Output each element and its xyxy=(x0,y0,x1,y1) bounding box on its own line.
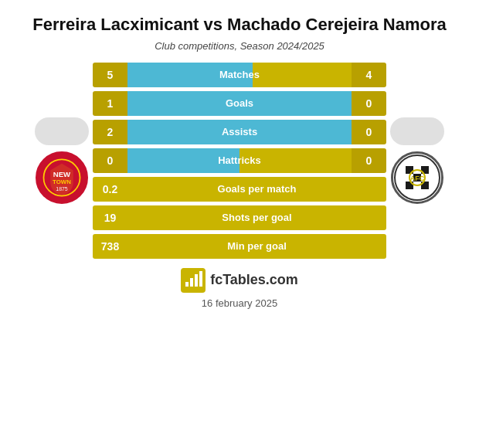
stat-row-hattricks: 0Hattricks0 xyxy=(93,148,386,173)
stat-right-val-assists: 0 xyxy=(352,120,386,144)
club-right-placeholder xyxy=(390,117,444,145)
stat-left-val-assists: 2 xyxy=(93,120,127,144)
stat-row-shots-per-goal: 19Shots per goal xyxy=(93,205,386,230)
stat-row-assists: 2Assists0 xyxy=(93,120,386,144)
stat-right-val-hattricks: 0 xyxy=(352,148,386,173)
svg-text:NEW: NEW xyxy=(53,170,71,178)
svg-rect-18 xyxy=(199,271,202,287)
stat-bar-goals: Goals xyxy=(127,91,352,116)
stat-label-goals-per-match: Goals per match xyxy=(218,183,297,195)
stat-row-min-per-goal: 738Min per goal xyxy=(93,234,386,259)
stat-bar-min-per-goal: Min per goal xyxy=(127,234,386,259)
fctables-icon xyxy=(181,268,206,293)
stat-bar-goals-per-match: Goals per match xyxy=(127,177,386,202)
stat-label-assists: Assists xyxy=(222,126,257,137)
stat-right-val-goals: 0 xyxy=(352,91,386,116)
stat-label-matches: Matches xyxy=(219,69,260,80)
stat-bar-hattricks: Hattricks xyxy=(127,148,352,173)
stat-row-matches: 5Matches4 xyxy=(93,63,386,87)
club-right-logo: AFC xyxy=(391,151,443,204)
club-right: AFC xyxy=(386,117,448,204)
stat-row-goals-per-match: 0.2Goals per match xyxy=(93,177,386,202)
svg-text:1875: 1875 xyxy=(56,185,68,191)
stat-label-shots-per-goal: Shots per goal xyxy=(222,212,291,223)
stat-left-val-hattricks: 0 xyxy=(93,148,127,173)
stat-left-val-min-per-goal: 738 xyxy=(93,234,127,259)
svg-text:AFC: AFC xyxy=(410,175,425,182)
fctables-text: fcTables.com xyxy=(210,272,298,288)
stats-column: 5Matches41Goals02Assists00Hattricks00.2G… xyxy=(93,63,386,259)
stat-left-val-goals-per-match: 0.2 xyxy=(93,177,127,202)
fctables-logo: fcTables.com xyxy=(181,268,298,293)
svg-rect-15 xyxy=(185,282,189,287)
stat-label-min-per-goal: Min per goal xyxy=(227,240,287,252)
svg-text:TOWN: TOWN xyxy=(53,178,71,185)
stat-row-goals: 1Goals0 xyxy=(93,91,386,116)
stat-left-val-matches: 5 xyxy=(93,63,127,87)
stat-bar-matches: Matches xyxy=(127,63,352,87)
club-left-placeholder xyxy=(35,117,89,145)
stat-bar-assists: Assists xyxy=(127,120,352,144)
page-title: Ferreira Lacximicant vs Machado Cerejeir… xyxy=(9,0,470,40)
club-left-logo: NEW TOWN 1875 xyxy=(36,151,88,204)
stat-left-val-goals: 1 xyxy=(93,91,127,116)
stat-label-goals: Goals xyxy=(226,97,253,109)
svg-rect-17 xyxy=(195,274,198,287)
stat-left-val-shots-per-goal: 19 xyxy=(93,205,127,230)
stat-bar-shots-per-goal: Shots per goal xyxy=(127,205,386,230)
stat-label-hattricks: Hattricks xyxy=(218,154,261,166)
club-left: NEW TOWN 1875 xyxy=(31,117,93,204)
stat-right-val-matches: 4 xyxy=(352,63,386,87)
date-text: 16 february 2025 xyxy=(202,297,277,309)
svg-rect-16 xyxy=(190,278,193,287)
subtitle: Club competitions, Season 2024/2025 xyxy=(155,40,324,52)
